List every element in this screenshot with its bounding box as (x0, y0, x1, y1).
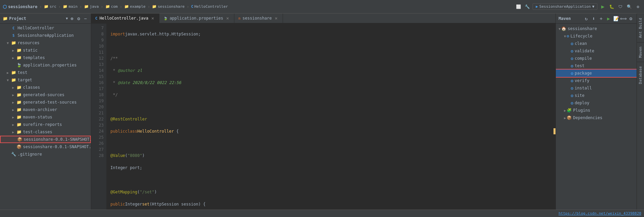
search-button[interactable]: 🔍 (626, 3, 633, 10)
tree-item-static[interactable]: ▶ 📁 static (0, 47, 91, 54)
code-line-11: * @date 2020/8/22 0022 22:56 (110, 80, 556, 86)
logo-icon: ⬡ (3, 4, 7, 9)
tab-hellocontroller[interactable]: C HelloController.java × (91, 13, 159, 23)
maven-refresh-btn[interactable]: ↻ (583, 16, 589, 22)
settings-icon[interactable]: 🔧 (524, 3, 531, 10)
maven-add-btn[interactable]: + (598, 16, 604, 22)
code-line-7: import javax.servlet.http.HttpSession; (110, 31, 556, 37)
tab-label-hellocontroller: HelloController.java (100, 16, 149, 21)
bc-main[interactable]: 📁main (63, 4, 78, 9)
maven-item-validate[interactable]: ⚙ validate (556, 47, 637, 55)
folder-icon-src: 📁 (44, 4, 49, 9)
maven-gear-deploy: ⚙ (571, 101, 573, 106)
tree-item-sessionshareapp[interactable]: S SessionshareApplication (0, 32, 91, 39)
side-tab-maven[interactable]: Maven (637, 42, 644, 62)
tree-label-gen-sources: generated-sources (23, 92, 65, 97)
maven-expand-plugins: ▶ (564, 109, 566, 112)
maven-item-install[interactable]: ⚙ install (556, 84, 637, 92)
sidebar-title: Project (9, 16, 65, 21)
tab-close-sessionshare[interactable]: × (274, 16, 279, 21)
maven-gear-clean: ⚙ (571, 41, 573, 46)
tree-label-templates: templates (23, 55, 45, 60)
maven-item-test[interactable]: ⚙ test (556, 62, 637, 70)
tab-appprops[interactable]: 🍃 application.properties × (159, 13, 234, 23)
tree-item-classes[interactable]: ▶ 📁 classes (0, 84, 91, 91)
tree-item-test-classes[interactable]: ▶ 📁 test-classes (0, 128, 91, 136)
java-icon-sessionshareapp: S (11, 33, 16, 38)
maven-clean-label: clean (575, 41, 587, 46)
maven-item-clean[interactable]: ⚙ clean (556, 40, 637, 47)
editor-area: C HelloController.java × 🍃 application.p… (91, 13, 556, 210)
maven-item-lifecycle[interactable]: ▼ ⚙ Lifecycle (556, 32, 637, 40)
maven-item-dependencies[interactable]: ▶ 📦 Dependencies (556, 114, 637, 121)
maven-item-site[interactable]: ⚙ site (556, 92, 637, 99)
maven-edit-btn[interactable]: 📝 (613, 16, 619, 22)
sidebar-add-btn[interactable]: ⊕ (69, 16, 75, 21)
sidebar-dropdown-btn[interactable]: ▼ (66, 17, 68, 20)
debug-button[interactable]: 🐛 (608, 3, 615, 10)
maven-install-label: install (575, 86, 592, 90)
bc-hellocontroller[interactable]: CHelloController (191, 4, 228, 9)
bc-example[interactable]: 📁example (124, 4, 146, 9)
code-line-17: @Value("8080") (110, 153, 556, 159)
tree-item-gen-test-sources[interactable]: ▶ 📁 generated-test-sources (0, 99, 91, 106)
tree-item-templates[interactable]: ▶ 📁 templates (0, 54, 91, 61)
tree-item-maven-status[interactable]: ▶ 📁 maven-status (0, 113, 91, 121)
maven-item-plugins[interactable]: ▶ 🧩 Plugins (556, 107, 637, 114)
maven-run-btn[interactable]: ▶ (606, 16, 612, 22)
code-line-20: @GetMapping("/set") (110, 189, 556, 195)
tab-close-appprops[interactable]: × (225, 16, 230, 21)
tree-item-jar[interactable]: 📦 sessionshare-0.0.1-SNAPSHOT.jar (0, 136, 91, 143)
maven-toolbar: ↻ ⬇ + ▶ 📝 ⟺ ⚙ (583, 16, 634, 22)
code-content[interactable]: import javax.servlet.http.HttpSession; /… (106, 24, 556, 210)
jar-icon: 📦 (17, 137, 22, 142)
folder-icon-templates: 📁 (16, 55, 22, 60)
tree-item-gitignore[interactable]: 🔧 .gitignore (0, 151, 91, 158)
bc-sessionshare[interactable]: 📁sessionshare (152, 4, 184, 9)
sidebar-settings-btn[interactable]: ⚙ (76, 16, 81, 21)
maven-download-btn[interactable]: ⬇ (591, 16, 597, 22)
code-line-16 (110, 140, 556, 146)
coverage-button[interactable]: 🛡 (617, 3, 624, 10)
tree-item-target[interactable]: ▼ 📁 target (0, 76, 91, 84)
status-url[interactable]: https://blog.csdn.net/weixin_43398820 (559, 211, 641, 216)
maven-sessionshare-label: sessionshare (568, 26, 597, 31)
maven-item-verify[interactable]: ⚙ verify (556, 77, 637, 84)
tab-close-hellocontroller[interactable]: × (150, 16, 155, 21)
maven-tree: ▼ 🏠 sessionshare ▼ ⚙ Lifecycle ⚙ clean ⚙… (556, 24, 637, 210)
tree-item-resources[interactable]: ▼ 📁 resources (0, 39, 91, 47)
maven-collapse-btn[interactable]: ⟺ (620, 16, 626, 22)
bc-src[interactable]: 📁src (44, 4, 56, 9)
tree-item-surefire[interactable]: ▶ 📁 surefire-reports (0, 121, 91, 128)
bc-com[interactable]: 📁com (105, 4, 118, 9)
tree-item-gen-sources[interactable]: ▶ 📁 generated-sources (0, 91, 91, 99)
maven-item-deploy[interactable]: ⚙ deploy (556, 99, 637, 107)
sidebar-close-btn[interactable]: − (83, 16, 88, 21)
tab-sessionshare[interactable]: m sessionshare × (234, 13, 283, 23)
tree-label-resources: resources (18, 40, 40, 45)
tree-item-maven-archiver[interactable]: ▶ 📁 maven-archiver (0, 106, 91, 113)
bc-java[interactable]: 📁java (84, 4, 99, 9)
maven-item-package[interactable]: ⚙ package (556, 70, 637, 77)
maven-dependencies-label: Dependencies (573, 115, 602, 120)
static-arrow: ▶ (12, 49, 16, 52)
maven-gear-site: ⚙ (571, 93, 573, 98)
expand-toolbar-btn[interactable]: ⬜ (515, 3, 522, 10)
maven-item-sessionshare[interactable]: ▼ 🏠 sessionshare (556, 25, 637, 32)
run-config-dropdown[interactable]: ▶ SessionshareApplication ▼ (533, 3, 597, 10)
tree-item-hellocontroller[interactable]: C HelloController (0, 24, 91, 32)
jar-orig-icon: 📦 (16, 144, 22, 150)
tree-item-appprops[interactable]: 🍃 application.properties (0, 61, 91, 69)
side-tab-ant-build[interactable]: Ant Build (637, 13, 644, 42)
line-numbers: 7 8 9 10 11 12 13 14 15 16 17 18 19 20 2… (91, 24, 106, 210)
maven-settings-btn[interactable]: ⚙ (628, 16, 634, 22)
run-button[interactable]: ▶ (599, 3, 606, 10)
maven-expand-sessionshare: ▼ (559, 27, 561, 31)
side-tab-database[interactable]: Database (637, 62, 644, 88)
status-bar: https://blog.csdn.net/weixin_43398820 (0, 210, 644, 217)
tree-item-test[interactable]: ▶ 📁 test (0, 69, 91, 76)
settings-button[interactable]: ⚙ (635, 3, 641, 10)
maven-title: Maven (559, 16, 582, 21)
tree-item-jar-original[interactable]: 📦 sessionshare-0.0.1-SNAPSHOT.jar.origin… (0, 143, 91, 151)
maven-item-compile[interactable]: ⚙ compile (556, 55, 637, 62)
